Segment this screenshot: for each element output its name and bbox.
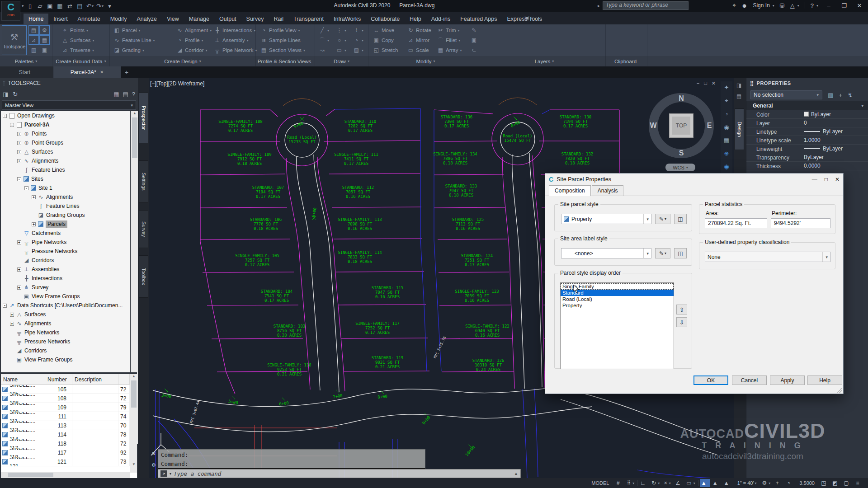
tree-item[interactable]: + ⋔ Survey <box>1 283 130 292</box>
document-tab[interactable]: Start <box>0 66 53 78</box>
modify-tool-button[interactable]: ↔ Move <box>373 26 398 35</box>
new-drawing-tab-button[interactable]: + <box>121 66 132 78</box>
modify-tool-button[interactable]: ▦ Array▾ <box>437 46 462 55</box>
tree-expand-icon[interactable]: - <box>10 123 14 127</box>
ribbon-dropdown-button[interactable]: ◢ Corridor▾ <box>176 46 212 55</box>
toolspace-button[interactable]: ⚒ Toolspace <box>2 25 27 55</box>
tree-expand-icon[interactable]: + <box>17 150 21 154</box>
draw-tool-icon[interactable]: ○▾ <box>336 36 346 45</box>
tree-expand-icon[interactable]: - <box>24 186 28 190</box>
ribbon-tab[interactable]: Survey <box>241 14 269 24</box>
ribbon-tab[interactable]: Insert <box>48 14 72 24</box>
status-toggle[interactable]: + <box>773 479 783 487</box>
tree-item[interactable]: + ∿ Alignments <box>1 319 130 328</box>
tree-item[interactable]: ╦ Pressure Networks <box>1 247 130 256</box>
quick-select-icon[interactable]: ↯ <box>848 92 853 99</box>
tree-expand-icon[interactable]: + <box>10 322 14 326</box>
command-recent-arrow-icon[interactable]: ▾ <box>170 472 171 476</box>
viewport-minimize-icon[interactable]: − <box>697 80 699 86</box>
draw-tool-icon[interactable]: ⌒▾ <box>319 36 329 45</box>
draw-tool-icon[interactable]: ◔▾ <box>353 36 363 45</box>
table-row[interactable]: SINGLE...: 117 118 72 <box>1 439 137 448</box>
status-toggle[interactable]: MODEL <box>588 479 613 487</box>
tree-expand-icon[interactable]: - <box>3 304 7 308</box>
tree-expand-icon[interactable]: + <box>17 141 21 145</box>
order-list-item[interactable]: Property <box>561 302 674 309</box>
command-history[interactable]: Command:Command: <box>158 449 425 469</box>
nav-tool-icon[interactable]: ◉ <box>724 124 729 131</box>
tree-item[interactable]: ╦ Pressure Networks <box>1 337 130 346</box>
select-objects-icon[interactable]: + <box>839 92 842 99</box>
tree-item[interactable]: ▣ View Frame Groups <box>1 355 130 364</box>
help-icon[interactable]: ? <box>811 2 814 9</box>
tree-expand-icon[interactable]: + <box>17 286 21 290</box>
toolspace-header[interactable]: ⣿ TOOLSPACE <box>0 78 138 89</box>
tree-item[interactable]: ◢ Corridors <box>1 346 130 355</box>
table-row[interactable]: SINGLE...: 111 111 74 <box>1 412 137 421</box>
table-row[interactable]: SINGLE...: 118 117 92 <box>1 448 137 457</box>
nav-tool-icon[interactable]: ◉ <box>724 163 729 170</box>
tree-item[interactable]: - Open Drawings <box>1 111 130 120</box>
status-toggle[interactable]: ≡ <box>854 479 863 487</box>
toolspace-side-tab[interactable]: Survey <box>139 210 148 248</box>
sign-in-button[interactable]: Sign In <box>753 2 769 9</box>
ribbon-dropdown-button[interactable]: △ Surfaces▾ <box>61 36 94 45</box>
tree-item[interactable]: ╦ Pipe Networks <box>1 328 130 337</box>
palette-properties-icon[interactable]: ▤ <box>736 93 741 99</box>
app-store-icon[interactable]: ⛁ <box>780 2 785 9</box>
tree-item[interactable]: ◢ Corridors <box>1 256 130 265</box>
ribbon-dropdown-button[interactable]: ∿ Feature Line▾ <box>113 36 155 45</box>
modify-tool-button[interactable]: ↻ Rotate <box>407 26 431 35</box>
quick-access-icon[interactable]: ▯ <box>26 2 34 10</box>
compass-north[interactable]: N <box>679 94 684 103</box>
toolspace-toolbar-icon[interactable]: ◨ <box>3 91 8 98</box>
status-toggle[interactable]: ▭▾ <box>685 479 696 487</box>
toolspace-toolbar-icon[interactable]: ? <box>132 91 135 98</box>
modify-tool-icon[interactable]: ✎ <box>471 26 477 35</box>
draw-tool-icon[interactable]: ↝ <box>319 46 329 55</box>
tree-item[interactable]: - ↗ Data Shortcuts [C:\Users\Public\Docu… <box>1 301 130 310</box>
tree-item[interactable]: + ╦ Pipe Networks <box>1 238 130 247</box>
autodesk-360-icon[interactable]: △ <box>790 2 795 9</box>
help-arrow-icon[interactable]: ▾ <box>816 4 818 8</box>
view-cube-top-face[interactable]: TOP <box>669 113 693 138</box>
table-row[interactable]: SINGLE...: 113 113 70 <box>1 421 137 430</box>
draw-tool-icon[interactable]: ⋮▾ <box>336 26 346 35</box>
help-search-input[interactable]: Type a keyword or phrase <box>603 1 689 10</box>
document-tab[interactable]: Parcel-3A*✕ <box>53 66 121 78</box>
toggle-pickadd-icon[interactable]: ▥ <box>828 92 833 99</box>
nav-tool-icon[interactable]: ✦ <box>724 84 729 91</box>
application-menu-button[interactable]: C C3D <box>1 1 20 21</box>
ribbon-dropdown-button[interactable]: ⊥ Assembly▾ <box>214 36 257 45</box>
tree-expand-icon[interactable]: + <box>17 159 21 163</box>
status-toggle[interactable]: ▲ <box>722 479 732 487</box>
palette-tool-button[interactable]: ▦ <box>39 35 50 45</box>
compass-west[interactable]: W <box>650 122 656 130</box>
toolspace-toolbar-icon[interactable]: ▤ <box>123 91 128 98</box>
quick-access-icon[interactable]: ⇄ <box>66 2 74 10</box>
property-row[interactable]: Linetype ByLayer <box>746 127 868 136</box>
modify-tool-button[interactable]: ▣ Copy <box>373 36 398 45</box>
style-preview-button[interactable]: ◫ <box>674 214 687 224</box>
draw-tool-icon[interactable]: ▭▾ <box>336 46 346 55</box>
palette-tool-button[interactable]: ▣ <box>39 45 50 55</box>
a360-arrow-icon[interactable]: ▾ <box>797 4 799 8</box>
panel-title[interactable]: Modify▾ <box>368 56 483 66</box>
command-expand-icon[interactable]: ▲ <box>514 471 518 476</box>
selection-type-combobox[interactable]: No selection▾ <box>750 90 822 99</box>
compass-east[interactable]: E <box>707 122 712 130</box>
properties-header[interactable]: ⣿ PROPERTIES <box>746 78 868 89</box>
tree-expand-icon[interactable]: + <box>17 240 21 244</box>
tree-item[interactable]: + Parcels <box>1 220 130 229</box>
classification-combobox[interactable]: None▾ <box>705 252 830 262</box>
modify-tool-button[interactable]: ✂ Trim▾ <box>437 26 462 35</box>
command-input[interactable]: > ▾ Type a command ▲ <box>158 469 521 478</box>
properties-section-general[interactable]: General▾ <box>746 101 868 110</box>
tree-item[interactable]: ▽ Catchments <box>1 229 130 238</box>
viewport-restore-icon[interactable]: □ <box>704 80 707 86</box>
quick-access-icon[interactable]: ▣ <box>46 2 54 10</box>
status-toggle[interactable]: ∟ <box>639 479 649 487</box>
property-row[interactable]: Lineweight ByLayer <box>746 145 868 153</box>
panel-title[interactable]: Clipboard <box>606 56 647 66</box>
site-area-label-style-combobox[interactable]: <none>▾ <box>561 248 651 258</box>
